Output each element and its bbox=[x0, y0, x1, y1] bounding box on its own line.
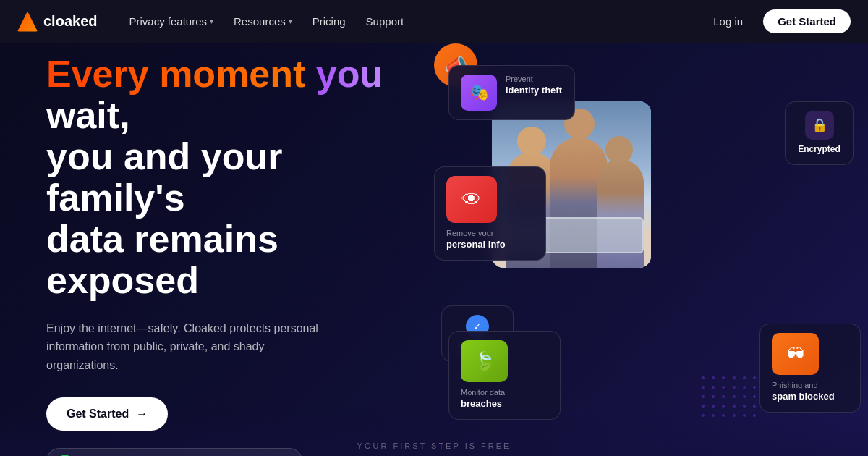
hero-section: ✦ Over 2 million records disguised Every… bbox=[0, 43, 868, 456]
title-purple-text: you bbox=[316, 53, 383, 95]
encrypted-label: Encrypted bbox=[797, 144, 841, 156]
identity-label: Prevent bbox=[506, 75, 562, 83]
logo-text: cloaked bbox=[43, 13, 97, 30]
phishing-value: spam blocked bbox=[772, 391, 848, 403]
hero-title: Every moment you wait, you and your fami… bbox=[46, 54, 422, 302]
phishing-label: Phishing and bbox=[772, 381, 848, 389]
phishing-spam-card: 🕶 Phishing and spam blocked bbox=[760, 324, 861, 413]
title-white-wait: wait, bbox=[46, 94, 130, 136]
get-started-nav-button[interactable]: Get Started bbox=[763, 9, 851, 33]
chevron-down-icon: ▾ bbox=[210, 17, 213, 25]
arrow-right-icon: → bbox=[136, 408, 148, 421]
nav-resources[interactable]: Resources ▾ bbox=[225, 11, 301, 32]
hero-subtitle: Enjoy the internet—safely. Cloaked prote… bbox=[46, 319, 321, 375]
encrypted-card: 🔒 Encrypted bbox=[785, 101, 854, 165]
hero-content: ✦ Over 2 million records disguised Every… bbox=[46, 43, 480, 456]
hero-visual: 🎭 Prevent identity theft 🔒 Encrypted 👁 R… bbox=[434, 43, 868, 456]
nav-links: Privacy features ▾ Resources ▾ Pricing S… bbox=[120, 11, 681, 32]
title-line3: data remains exposed bbox=[46, 218, 278, 301]
nav-right: Log in Get Started bbox=[705, 9, 851, 33]
login-button[interactable]: Log in bbox=[705, 11, 752, 32]
get-started-hero-button[interactable]: Get Started → bbox=[46, 397, 168, 431]
logo-icon bbox=[17, 12, 38, 32]
nav-logo[interactable]: cloaked bbox=[17, 12, 97, 32]
lock-icon: 🔒 bbox=[805, 111, 834, 140]
chevron-down-icon: ▾ bbox=[289, 17, 292, 25]
nav-pricing[interactable]: Pricing bbox=[304, 11, 354, 32]
identity-value: identity theft bbox=[506, 85, 562, 97]
title-line2: you and your family's bbox=[46, 135, 282, 219]
title-gradient-text: Every moment bbox=[46, 53, 316, 95]
phishing-icon: 🕶 bbox=[772, 333, 819, 375]
nav-support[interactable]: Support bbox=[357, 11, 413, 32]
nav-privacy-features[interactable]: Privacy features ▾ bbox=[120, 11, 222, 32]
navbar: cloaked Privacy features ▾ Resources ▾ P… bbox=[0, 0, 868, 43]
availability-badge: ✓ Cloaked is available in the 🇺🇸 USA and… bbox=[46, 448, 302, 456]
